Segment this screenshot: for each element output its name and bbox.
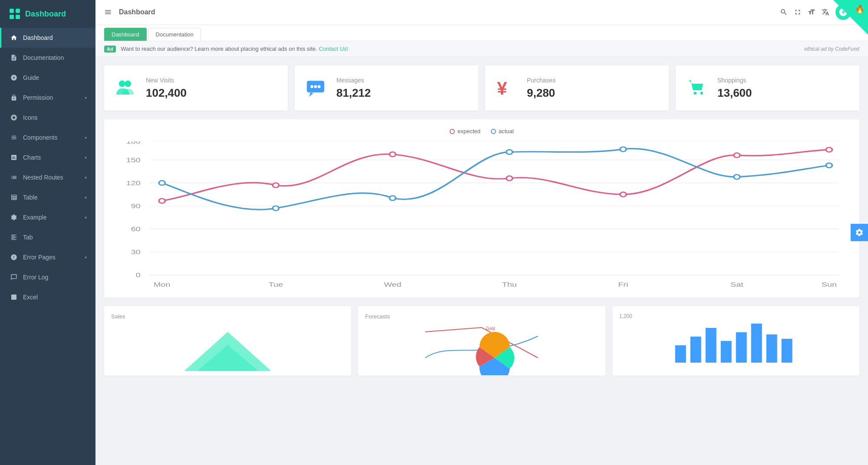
sidebar-item-table[interactable]: Table ▾ <box>0 187 95 207</box>
sidebar-item-dashboard[interactable]: Dashboard <box>0 28 95 48</box>
topbar-title: Dashboard <box>119 8 155 16</box>
messages-value: 81,212 <box>336 86 470 100</box>
shoppings-value: 13,600 <box>717 86 851 100</box>
svg-rect-55 <box>720 341 731 363</box>
sidebar-item-guide[interactable]: Guide <box>0 68 95 88</box>
svg-rect-53 <box>690 337 701 363</box>
stat-card-shoppings: Shoppings 13,600 <box>676 65 859 111</box>
svg-rect-54 <box>705 328 716 363</box>
tab-dashboard-label: Dashboard <box>112 31 139 38</box>
example-icon <box>10 213 18 221</box>
sidebar-item-label: Tab <box>23 234 33 241</box>
svg-text:0: 0 <box>136 272 141 279</box>
svg-rect-56 <box>736 332 746 363</box>
svg-point-13 <box>700 92 703 95</box>
gear-icon <box>855 228 864 237</box>
svg-text:Fri: Fri <box>618 281 628 288</box>
sidebar-item-excel[interactable]: Excel <box>0 287 95 307</box>
svg-text:30: 30 <box>131 249 141 256</box>
svg-rect-52 <box>675 345 686 363</box>
svg-text:Gold: Gold <box>486 326 495 331</box>
sidebar-item-label: Guide <box>23 74 39 81</box>
tab-dashboard[interactable]: Dashboard <box>104 28 147 41</box>
expected-label: expected <box>457 128 480 134</box>
sidebar-item-label: Excel <box>23 294 38 301</box>
sidebar-item-error-pages[interactable]: Error Pages ▾ <box>0 247 95 267</box>
svg-text:Tue: Tue <box>269 281 283 288</box>
new-visits-value: 102,400 <box>146 86 279 100</box>
stats-row: New Visits 102,400 Messages <box>104 65 859 111</box>
sales-chart-svg <box>111 323 344 375</box>
sidebar-item-label: Nested Routes <box>23 174 63 181</box>
tab-documentation-label: Documentation <box>156 31 194 38</box>
svg-point-37 <box>390 152 396 157</box>
svg-text:Mon: Mon <box>154 281 171 288</box>
font-size-icon[interactable] <box>808 8 815 16</box>
svg-point-9 <box>314 85 317 88</box>
yen-icon: ¥ <box>494 76 518 100</box>
stat-card-purchases: ¥ Purchases 9,280 <box>485 65 669 111</box>
svg-point-40 <box>734 153 740 158</box>
translate-icon[interactable] <box>822 8 829 16</box>
svg-rect-59 <box>781 339 792 363</box>
table-icon <box>10 193 18 201</box>
icons-icon <box>10 114 18 121</box>
sidebar-item-charts[interactable]: Charts ▾ <box>0 147 95 167</box>
stat-card-new-visits: New Visits 102,400 <box>104 65 288 111</box>
svg-point-8 <box>310 85 313 88</box>
svg-point-46 <box>620 147 626 152</box>
chevron-down-icon: ▾ <box>85 135 87 140</box>
gear-button[interactable] <box>851 224 868 241</box>
sidebar-item-error-log[interactable]: Error Log <box>0 267 95 287</box>
bar-chart-svg <box>619 319 852 367</box>
content-area: New Visits 102,400 Messages <box>95 57 868 465</box>
svg-rect-1 <box>16 9 20 13</box>
sidebar-item-label: Components <box>23 134 57 141</box>
components-icon <box>10 134 18 141</box>
sidebar-item-example[interactable]: Example ▾ <box>0 207 95 227</box>
ad-link[interactable]: Contact Us! <box>319 46 349 52</box>
svg-text:180: 180 <box>126 141 141 145</box>
svg-point-35 <box>159 199 165 203</box>
svg-point-45 <box>506 150 513 154</box>
users-icon <box>113 76 137 100</box>
fullscreen-icon[interactable] <box>794 8 802 16</box>
avatar[interactable] <box>835 4 851 20</box>
sidebar-logo[interactable]: Dashboard <box>0 0 95 28</box>
logo-icon <box>9 8 21 20</box>
sidebar-item-tab[interactable]: Tab <box>0 227 95 247</box>
home-icon <box>10 34 18 42</box>
purchases-label: Purchases <box>527 77 660 84</box>
sales-title: Sales <box>111 313 344 320</box>
tab-documentation[interactable]: Documentation <box>148 28 201 41</box>
errorlog-icon <box>10 273 18 281</box>
sidebar-item-permission[interactable]: Permission ▾ <box>0 88 95 108</box>
lock-icon <box>10 94 18 102</box>
sidebar-item-documentation[interactable]: Documentation <box>0 48 95 68</box>
svg-point-48 <box>826 163 832 168</box>
svg-point-5 <box>119 81 125 87</box>
bottom-chart-forecasts: Forecasts Gold <box>358 306 605 376</box>
legend-actual: actual <box>491 128 514 134</box>
sidebar-item-label: Dashboard <box>23 34 53 41</box>
svg-point-6 <box>125 81 131 87</box>
messages-label: Messages <box>336 77 470 84</box>
sidebar-item-label: Icons <box>23 114 37 121</box>
svg-rect-57 <box>751 324 762 363</box>
sidebar-item-label: Example <box>23 214 46 221</box>
svg-text:Sun: Sun <box>822 281 837 288</box>
sidebar-item-components[interactable]: Components ▾ <box>0 128 95 147</box>
svg-text:90: 90 <box>131 202 141 210</box>
expected-dot <box>450 129 455 134</box>
error-icon <box>10 253 18 261</box>
chevron-down-icon: ▾ <box>85 155 87 160</box>
sidebar-item-icons[interactable]: Icons <box>0 108 95 128</box>
chevron-down-icon: ▾ <box>85 175 87 180</box>
adbar: Ad Want to reach our audience? Learn mor… <box>95 41 868 57</box>
menu-icon[interactable] <box>104 8 112 16</box>
forecasts-chart-svg: Gold <box>365 323 598 375</box>
search-icon[interactable] <box>780 8 788 16</box>
sidebar-item-nested-routes[interactable]: Nested Routes ▾ <box>0 167 95 187</box>
svg-point-12 <box>694 92 697 95</box>
nested-icon <box>10 174 18 181</box>
